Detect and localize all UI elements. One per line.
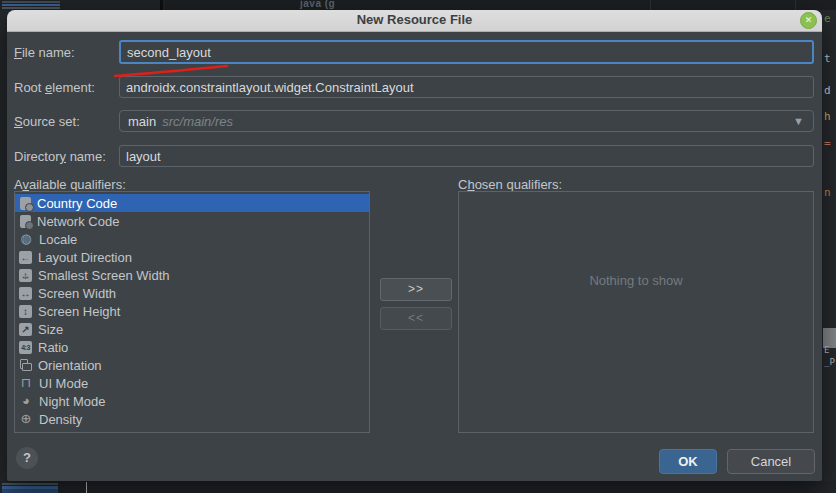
list-item-label: Locale xyxy=(39,232,77,247)
ide-background-bottom xyxy=(0,481,836,493)
ui-mode-icon: ⊓ xyxy=(19,376,33,390)
editor-text-fragment: d xyxy=(824,84,831,97)
list-item-label: Layout Direction xyxy=(38,250,132,265)
list-item-label: Smallest Screen Width xyxy=(38,268,170,283)
project-tree-fragment xyxy=(2,1,60,9)
directory-name-label: Directory name: xyxy=(14,149,106,164)
night-mode-icon: ◕ xyxy=(19,394,33,408)
source-set-label: Source set: xyxy=(14,114,80,129)
density-icon: ⊕ xyxy=(19,412,33,426)
list-item-label: Night Mode xyxy=(39,394,105,409)
list-item-ratio[interactable]: 4:3Ratio xyxy=(15,338,369,356)
label-mnemonic: S xyxy=(14,114,23,129)
country-code-icon xyxy=(20,197,31,210)
ide-panel-divider xyxy=(160,0,163,10)
root-element-input[interactable] xyxy=(119,76,814,98)
label-text: ile name: xyxy=(22,45,75,60)
cancel-button[interactable]: Cancel xyxy=(727,449,815,474)
list-item-smallest-screen-width[interactable]: ↔Smallest Screen Width xyxy=(15,266,369,284)
list-item-locale[interactable]: ◍Locale xyxy=(15,230,369,248)
help-button[interactable]: ? xyxy=(16,447,38,469)
source-set-value: main xyxy=(128,114,156,129)
list-item-night-mode[interactable]: ◕Night Mode xyxy=(15,392,369,410)
editor-text-fragment: e xyxy=(824,12,831,25)
chosen-qualifiers-panel: Nothing to show xyxy=(458,191,814,433)
list-item-label: Ratio xyxy=(38,340,68,355)
list-item-orientation[interactable]: Orientation xyxy=(15,356,369,374)
list-item-label: UI Mode xyxy=(39,376,88,391)
list-item-layout-direction[interactable]: ←Layout Direction xyxy=(15,248,369,266)
list-item-label: Size xyxy=(38,322,63,337)
orientation-icon xyxy=(19,359,32,372)
chosen-qualifiers-label: Chosen qualifiers: xyxy=(458,177,562,192)
smallest-screen-width-icon: ↔ xyxy=(19,269,32,282)
layout-direction-icon: ← xyxy=(19,251,32,264)
screen-width-icon: ↔ xyxy=(19,287,32,300)
list-item-network-code[interactable]: Network Code xyxy=(15,212,369,230)
label-text: Root xyxy=(14,80,45,95)
list-item-country-code[interactable]: Country Code xyxy=(15,194,369,212)
ide-panel-divider xyxy=(795,0,796,10)
chevron-down-icon: ▼ xyxy=(793,115,804,127)
label-text: name: xyxy=(66,149,106,164)
ok-button[interactable]: OK xyxy=(659,449,717,474)
empty-state-text: Nothing to show xyxy=(459,273,813,288)
label-mnemonic: h xyxy=(467,177,474,192)
ide-panel-divider xyxy=(86,482,87,493)
list-item-label: Screen Width xyxy=(38,286,116,301)
available-qualifiers-list: Country Code Network Code ◍Locale ←Layou… xyxy=(14,191,370,433)
label-text: C xyxy=(458,177,467,192)
list-item-label: Orientation xyxy=(38,358,102,373)
list-item-label: Screen Height xyxy=(38,304,120,319)
source-set-dropdown[interactable]: main src/main/res ▼ xyxy=(119,110,814,132)
label-text: ource set: xyxy=(23,114,80,129)
project-tree-fragment xyxy=(2,483,58,493)
source-set-path-hint: src/main/res xyxy=(162,114,233,129)
list-item-label: Network Code xyxy=(37,214,119,229)
add-qualifier-button[interactable]: >> xyxy=(380,278,452,301)
editor-text-fragment: _P xyxy=(824,357,835,367)
ide-background-right xyxy=(822,10,836,493)
network-code-icon xyxy=(20,215,31,228)
editor-text-fragment: h xyxy=(824,110,831,123)
list-item-label: Density xyxy=(39,412,82,427)
list-item-label: Country Code xyxy=(37,196,117,211)
list-item-ui-mode[interactable]: ⊓UI Mode xyxy=(15,374,369,392)
root-element-label: Root element: xyxy=(14,80,95,95)
ide-editor-strip xyxy=(165,0,836,10)
remove-qualifier-button[interactable]: << xyxy=(380,307,452,330)
file-name-input[interactable] xyxy=(119,40,814,64)
editor-text-fragment: = xyxy=(824,137,831,150)
list-item-screen-width[interactable]: ↔Screen Width xyxy=(15,284,369,302)
editor-text-fragment: t xyxy=(824,52,831,65)
list-item-size[interactable]: ↗Size xyxy=(15,320,369,338)
ratio-icon: 4:3 xyxy=(19,341,32,354)
editor-text-fragment: E xyxy=(824,345,829,355)
directory-name-input[interactable] xyxy=(119,145,814,167)
close-icon[interactable]: ✕ xyxy=(800,12,817,29)
list-item-screen-height[interactable]: ↕Screen Height xyxy=(15,302,369,320)
dialog-title: New Resource File xyxy=(7,12,822,27)
label-text: lement: xyxy=(52,80,95,95)
label-text: osen qualifiers: xyxy=(475,177,562,192)
available-qualifiers-label: Available qualifiers: xyxy=(14,177,126,192)
ide-panel-divider xyxy=(650,0,651,10)
label-text: ailable qualifiers: xyxy=(29,177,126,192)
screen-height-icon: ↕ xyxy=(19,305,32,318)
size-icon: ↗ xyxy=(19,323,32,336)
file-name-label: File name: xyxy=(14,45,75,60)
list-item-density[interactable]: ⊕Density xyxy=(15,410,369,428)
label-text: Director xyxy=(14,149,60,164)
locale-icon: ◍ xyxy=(19,232,33,246)
editor-tab-fragment: java (g xyxy=(300,0,335,9)
editor-text-fragment: n xyxy=(824,186,831,199)
label-mnemonic: F xyxy=(14,45,22,60)
